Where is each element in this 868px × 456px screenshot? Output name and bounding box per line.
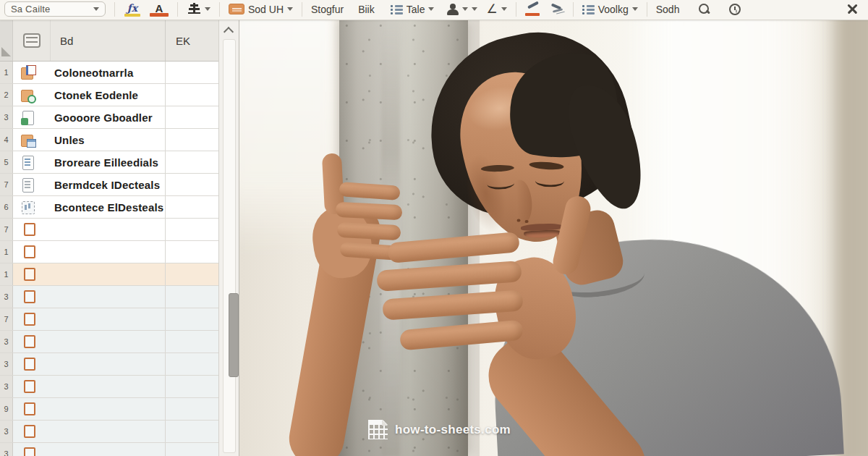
row-main-cell[interactable] [13,421,166,442]
row-number[interactable]: 6 [0,196,13,218]
row-main-cell[interactable] [13,376,166,397]
row-main-cell[interactable]: Unles [13,129,166,151]
sodh-button[interactable]: Sodh [656,4,680,15]
table-row[interactable]: 3 [0,376,218,398]
row-main-cell[interactable]: Coloneotnarrla [13,62,166,83]
row-main-cell[interactable]: Goooore Gboadler [13,106,166,128]
row-ek-cell[interactable] [166,286,218,308]
row-main-cell[interactable] [13,331,166,352]
row-ek-cell[interactable] [166,129,218,151]
font-color-button[interactable]: A [150,2,169,16]
table-row[interactable]: 3 [0,331,218,353]
row-main-cell[interactable] [13,353,166,375]
header-col-main[interactable]: Bd [51,20,166,61]
table-row[interactable]: 1 [0,263,218,286]
scroll-up-icon[interactable] [224,26,232,34]
row-number[interactable]: 3 [0,353,13,375]
row-main-cell[interactable] [13,241,166,263]
table-row[interactable]: 7 Bermdcek IDecteals [0,174,218,196]
row-main-cell[interactable] [13,308,166,330]
row-checkbox[interactable] [24,290,35,303]
row-number[interactable]: 7 [0,308,13,330]
row-number[interactable]: 3 [0,286,13,308]
row-ek-cell[interactable] [166,263,218,285]
row-checkbox[interactable] [24,358,35,371]
row-main-cell[interactable] [13,286,166,308]
row-ek-cell[interactable] [166,398,218,420]
row-number[interactable]: 9 [0,398,13,420]
row-ek-cell[interactable] [166,331,218,352]
biik-button[interactable]: Biik [358,4,375,15]
table-row[interactable]: 3 [0,443,218,456]
table-row[interactable]: 2 Ctonek Eodenle [0,84,218,106]
table-row[interactable]: 6 Bcontece ElDesteals [0,196,218,219]
formula-button[interactable]: ƒx [124,2,141,16]
row-main-cell[interactable]: Ctonek Eodenle [13,84,166,106]
row-main-cell[interactable] [13,263,166,285]
row-checkbox[interactable] [24,335,35,348]
row-ek-cell[interactable] [166,241,218,263]
pen-underline-button[interactable] [525,3,541,16]
row-checkbox[interactable] [24,245,35,258]
row-ek-cell[interactable] [166,376,218,397]
row-number[interactable]: 3 [0,443,13,456]
signature-button[interactable] [550,4,564,15]
row-checkbox[interactable] [24,447,35,456]
table-row[interactable]: 1 Coloneotnarrla [0,62,218,84]
row-number[interactable]: 7 [0,219,13,240]
row-main-cell[interactable] [13,219,166,240]
row-ek-cell[interactable] [166,151,218,173]
table-row[interactable]: 3 [0,421,218,443]
row-ek-cell[interactable] [166,62,218,83]
vertical-scrollbar[interactable] [218,20,239,456]
row-number[interactable]: 3 [0,376,13,397]
row-ek-cell[interactable] [166,219,218,240]
tale-dropdown[interactable]: Tale [391,4,435,15]
row-number[interactable]: 4 [0,129,13,151]
row-number[interactable]: 3 [0,106,13,128]
scrollbar-track[interactable] [223,39,236,453]
name-box-dropdown[interactable]: Sa Cailte [4,1,106,17]
row-main-cell[interactable] [13,398,166,420]
row-number[interactable]: 5 [0,151,13,173]
row-checkbox[interactable] [24,380,35,393]
row-main-cell[interactable]: Bermdcek IDecteals [13,174,166,195]
row-main-cell[interactable]: Broreare Eilleedials [13,151,166,173]
header-icon-cell[interactable] [13,20,51,61]
row-ek-cell[interactable] [166,421,218,442]
scrollbar-thumb[interactable] [229,293,239,377]
row-checkbox[interactable] [24,223,35,236]
row-number[interactable]: 1 [0,241,13,263]
sod-uh-button[interactable]: Sod UH [229,4,293,15]
select-all-corner[interactable] [0,20,13,61]
search-button[interactable] [698,3,710,15]
row-main-cell[interactable]: Bcontece ElDesteals [13,196,166,218]
row-ek-cell[interactable] [166,308,218,330]
stogfur-button[interactable]: Stogfur [311,4,344,15]
table-row[interactable]: 9 [0,398,218,421]
row-ek-cell[interactable] [166,196,218,218]
row-number[interactable]: 7 [0,174,13,195]
row-number[interactable]: 3 [0,421,13,442]
close-icon[interactable] [847,4,858,14]
angle-pen-dropdown[interactable]: ∠ [486,3,506,15]
row-number[interactable]: 1 [0,62,13,83]
history-button[interactable] [729,4,741,15]
row-ek-cell[interactable] [166,174,218,195]
row-number[interactable]: 2 [0,84,13,106]
row-number[interactable]: 3 [0,331,13,352]
table-row[interactable]: 4 Unles [0,129,218,151]
row-checkbox[interactable] [24,425,35,438]
row-main-cell[interactable] [13,443,166,456]
row-ek-cell[interactable] [166,353,218,375]
row-number[interactable]: 1 [0,263,13,285]
row-checkbox[interactable] [24,268,35,281]
row-checkbox[interactable] [24,402,35,415]
voolkg-dropdown[interactable]: Voolkg [582,4,638,15]
stamp-button[interactable] [187,3,210,15]
table-row[interactable]: 3 [0,286,218,308]
table-row[interactable]: 1 [0,241,218,263]
row-ek-cell[interactable] [166,443,218,456]
row-checkbox[interactable] [24,313,35,326]
table-row[interactable]: 3 Goooore Gboadler [0,106,218,129]
